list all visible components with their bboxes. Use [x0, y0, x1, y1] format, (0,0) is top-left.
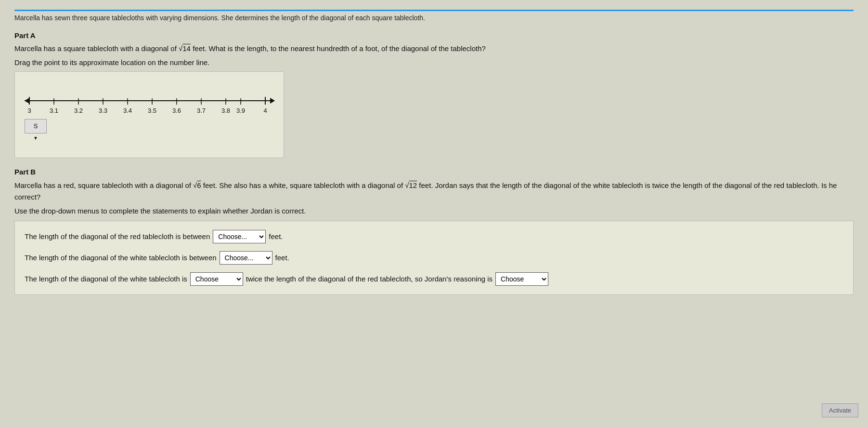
part-a-question-rest: feet. What is the length, to the nearest…: [193, 44, 486, 53]
row1-dropdown[interactable]: Choose... 2 and 3 3 and 4 4 and 5 5 and …: [213, 230, 266, 243]
svg-text:3.3: 3.3: [99, 107, 107, 114]
svg-marker-1: [25, 98, 29, 104]
svg-text:3.7: 3.7: [197, 107, 206, 114]
part-a-question: Marcella has a square tablecloth with a …: [14, 43, 854, 54]
dropdown-row-3: The length of the diagonal of the white …: [25, 272, 843, 286]
row2-post: feet.: [275, 252, 289, 264]
svg-text:3.2: 3.2: [74, 107, 83, 114]
dropdown-row-2: The length of the diagonal of the white …: [25, 251, 843, 265]
part-b-use-instruction: Use the drop-down menus to complete the …: [14, 207, 854, 215]
number-line-svg: 3 3.1 3.2 3.3 3.4 3.5 3.6 3.7 3.8 3.9 4: [25, 86, 275, 115]
row3-dropdown1[interactable]: Choose is is not: [190, 272, 243, 286]
row2-pre: The length of the diagonal of the white …: [25, 252, 217, 264]
sqrt-14: √14: [179, 43, 191, 54]
intro-text: Marcella has sewn three square tableclot…: [14, 10, 854, 22]
activate-button[interactable]: Activate: [822, 403, 858, 417]
part-b-intro-mid: feet. She also has a white, square table…: [203, 181, 403, 189]
drag-instruction: Drag the point to its approximate locati…: [14, 58, 854, 67]
number-line-container: 3 3.1 3.2 3.3 3.4 3.5 3.6 3.7 3.8 3.9 4 …: [14, 71, 284, 158]
row1-post: feet.: [269, 231, 283, 242]
row3-dropdown2[interactable]: Choose correct incorrect: [495, 272, 548, 286]
svg-marker-2: [270, 98, 275, 104]
row2-dropdown[interactable]: Choose... 2 and 3 3 and 4 4 and 5 5 and …: [220, 251, 272, 265]
dropdown-row-1: The length of the diagonal of the red ta…: [25, 230, 843, 243]
svg-text:3: 3: [27, 107, 31, 114]
svg-text:3.6: 3.6: [172, 107, 181, 114]
svg-text:4: 4: [263, 107, 267, 114]
part-b-intro: Marcella has a red, square tablecloth wi…: [14, 181, 191, 189]
svg-text:3.8: 3.8: [221, 107, 230, 114]
draggable-label: S: [34, 122, 38, 130]
draggable-point-s[interactable]: S: [25, 119, 47, 133]
svg-text:3.5: 3.5: [148, 107, 156, 114]
row3-mid: twice the length of the diagonal of the …: [246, 273, 492, 285]
svg-text:3.4: 3.4: [123, 107, 132, 114]
part-a-question-text: Marcella has a square tablecloth with a …: [14, 44, 177, 53]
part-b-question: Marcella has a red, square tablecloth wi…: [14, 180, 854, 203]
sqrt-6: √6: [193, 180, 201, 191]
sqrt-12: √12: [405, 180, 417, 191]
row1-pre: The length of the diagonal of the red ta…: [25, 231, 210, 242]
dropdown-section: The length of the diagonal of the red ta…: [14, 221, 854, 295]
part-b-label: Part B: [14, 168, 854, 176]
svg-text:3.9: 3.9: [236, 107, 245, 114]
part-a-label: Part A: [14, 31, 854, 40]
row3-pre: The length of the diagonal of the white …: [25, 273, 187, 285]
part-b-container: Part B Marcella has a red, square tablec…: [14, 168, 854, 295]
svg-text:3.1: 3.1: [50, 107, 58, 114]
